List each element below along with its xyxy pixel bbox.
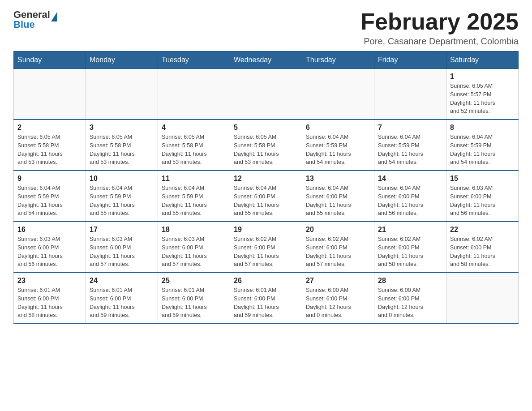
calendar-cell: 8Sunrise: 6:04 AM Sunset: 5:59 PM Daylig… xyxy=(446,120,519,171)
day-info: Sunrise: 6:04 AM Sunset: 6:00 PM Dayligh… xyxy=(234,184,298,218)
calendar-cell xyxy=(14,69,86,120)
calendar-cell: 28Sunrise: 6:00 AM Sunset: 6:00 PM Dayli… xyxy=(374,273,446,324)
day-info: Sunrise: 6:05 AM Sunset: 5:57 PM Dayligh… xyxy=(450,82,515,116)
header-row: SundayMondayTuesdayWednesdayThursdayFrid… xyxy=(14,51,519,69)
day-number: 20 xyxy=(306,226,370,234)
day-info: Sunrise: 6:04 AM Sunset: 6:00 PM Dayligh… xyxy=(378,184,442,218)
day-number: 8 xyxy=(450,124,515,132)
day-number: 18 xyxy=(162,226,226,234)
day-number: 19 xyxy=(234,226,298,234)
calendar-cell: 13Sunrise: 6:04 AM Sunset: 6:00 PM Dayli… xyxy=(302,171,374,222)
page-header: General Blue February 2025 Pore, Casanar… xyxy=(13,9,519,47)
day-number: 3 xyxy=(90,124,154,132)
day-number: 21 xyxy=(378,226,442,234)
calendar-cell: 11Sunrise: 6:04 AM Sunset: 5:59 PM Dayli… xyxy=(158,171,230,222)
calendar-cell: 15Sunrise: 6:03 AM Sunset: 6:00 PM Dayli… xyxy=(446,171,519,222)
calendar-cell: 23Sunrise: 6:01 AM Sunset: 6:00 PM Dayli… xyxy=(14,273,86,324)
calendar-cell: 3Sunrise: 6:05 AM Sunset: 5:58 PM Daylig… xyxy=(86,120,158,171)
day-info: Sunrise: 6:02 AM Sunset: 6:00 PM Dayligh… xyxy=(306,235,370,269)
calendar-cell: 25Sunrise: 6:01 AM Sunset: 6:00 PM Dayli… xyxy=(158,273,230,324)
calendar-cell: 10Sunrise: 6:04 AM Sunset: 5:59 PM Dayli… xyxy=(86,171,158,222)
logo-triangle-icon xyxy=(51,12,57,21)
day-info: Sunrise: 6:03 AM Sunset: 6:00 PM Dayligh… xyxy=(450,184,515,218)
calendar-cell: 5Sunrise: 6:05 AM Sunset: 5:58 PM Daylig… xyxy=(230,120,302,171)
day-info: Sunrise: 6:00 AM Sunset: 6:00 PM Dayligh… xyxy=(378,286,442,320)
calendar-cell xyxy=(374,69,446,120)
calendar-cell xyxy=(158,69,230,120)
calendar-cell: 2Sunrise: 6:05 AM Sunset: 5:58 PM Daylig… xyxy=(14,120,86,171)
calendar-cell: 14Sunrise: 6:04 AM Sunset: 6:00 PM Dayli… xyxy=(374,171,446,222)
calendar-cell xyxy=(230,69,302,120)
day-info: Sunrise: 6:03 AM Sunset: 6:00 PM Dayligh… xyxy=(17,235,82,269)
title-section: February 2025 Pore, Casanare Department,… xyxy=(360,9,519,47)
day-info: Sunrise: 6:02 AM Sunset: 6:00 PM Dayligh… xyxy=(234,235,298,269)
day-number: 12 xyxy=(234,175,298,183)
calendar-cell: 21Sunrise: 6:02 AM Sunset: 6:00 PM Dayli… xyxy=(374,222,446,273)
calendar-cell: 20Sunrise: 6:02 AM Sunset: 6:00 PM Dayli… xyxy=(302,222,374,273)
calendar-header: SundayMondayTuesdayWednesdayThursdayFrid… xyxy=(14,51,519,69)
day-info: Sunrise: 6:03 AM Sunset: 6:00 PM Dayligh… xyxy=(162,235,226,269)
day-info: Sunrise: 6:04 AM Sunset: 5:59 PM Dayligh… xyxy=(17,184,82,218)
day-number: 28 xyxy=(378,277,442,285)
day-number: 6 xyxy=(306,124,370,132)
logo-blue-text: Blue xyxy=(13,19,35,30)
calendar-cell: 1Sunrise: 6:05 AM Sunset: 5:57 PM Daylig… xyxy=(446,69,519,120)
calendar-week-5: 23Sunrise: 6:01 AM Sunset: 6:00 PM Dayli… xyxy=(14,273,519,324)
header-cell-friday: Friday xyxy=(374,51,446,69)
day-number: 27 xyxy=(306,277,370,285)
calendar-cell xyxy=(302,69,374,120)
day-info: Sunrise: 6:04 AM Sunset: 6:00 PM Dayligh… xyxy=(306,184,370,218)
day-info: Sunrise: 6:05 AM Sunset: 5:58 PM Dayligh… xyxy=(90,133,154,167)
calendar-cell: 26Sunrise: 6:01 AM Sunset: 6:00 PM Dayli… xyxy=(230,273,302,324)
day-number: 16 xyxy=(17,226,82,234)
day-number: 14 xyxy=(378,175,442,183)
calendar-cell: 22Sunrise: 6:02 AM Sunset: 6:00 PM Dayli… xyxy=(446,222,519,273)
calendar-cell: 12Sunrise: 6:04 AM Sunset: 6:00 PM Dayli… xyxy=(230,171,302,222)
day-number: 10 xyxy=(90,175,154,183)
logo: General Blue xyxy=(13,9,57,30)
day-info: Sunrise: 6:02 AM Sunset: 6:00 PM Dayligh… xyxy=(378,235,442,269)
calendar-table: SundayMondayTuesdayWednesdayThursdayFrid… xyxy=(13,51,519,324)
day-number: 24 xyxy=(90,277,154,285)
day-info: Sunrise: 6:01 AM Sunset: 6:00 PM Dayligh… xyxy=(17,286,82,320)
day-number: 4 xyxy=(162,124,226,132)
day-info: Sunrise: 6:02 AM Sunset: 6:00 PM Dayligh… xyxy=(450,235,515,269)
day-info: Sunrise: 6:03 AM Sunset: 6:00 PM Dayligh… xyxy=(90,235,154,269)
day-info: Sunrise: 6:04 AM Sunset: 5:59 PM Dayligh… xyxy=(378,133,442,167)
header-cell-sunday: Sunday xyxy=(14,51,86,69)
day-number: 23 xyxy=(17,277,82,285)
calendar-cell xyxy=(446,273,519,324)
header-cell-monday: Monday xyxy=(86,51,158,69)
calendar-cell: 27Sunrise: 6:00 AM Sunset: 6:00 PM Dayli… xyxy=(302,273,374,324)
day-info: Sunrise: 6:01 AM Sunset: 6:00 PM Dayligh… xyxy=(90,286,154,320)
calendar-title: February 2025 xyxy=(360,9,519,34)
day-number: 26 xyxy=(234,277,298,285)
calendar-cell: 6Sunrise: 6:04 AM Sunset: 5:59 PM Daylig… xyxy=(302,120,374,171)
day-number: 17 xyxy=(90,226,154,234)
day-info: Sunrise: 6:04 AM Sunset: 5:59 PM Dayligh… xyxy=(306,133,370,167)
day-info: Sunrise: 6:01 AM Sunset: 6:00 PM Dayligh… xyxy=(162,286,226,320)
calendar-cell: 7Sunrise: 6:04 AM Sunset: 5:59 PM Daylig… xyxy=(374,120,446,171)
day-info: Sunrise: 6:05 AM Sunset: 5:58 PM Dayligh… xyxy=(162,133,226,167)
calendar-cell: 24Sunrise: 6:01 AM Sunset: 6:00 PM Dayli… xyxy=(86,273,158,324)
day-info: Sunrise: 6:05 AM Sunset: 5:58 PM Dayligh… xyxy=(234,133,298,167)
day-info: Sunrise: 6:00 AM Sunset: 6:00 PM Dayligh… xyxy=(306,286,370,320)
day-number: 2 xyxy=(17,124,82,132)
calendar-cell xyxy=(86,69,158,120)
calendar-cell: 4Sunrise: 6:05 AM Sunset: 5:58 PM Daylig… xyxy=(158,120,230,171)
calendar-subtitle: Pore, Casanare Department, Colombia xyxy=(360,36,519,47)
day-number: 7 xyxy=(378,124,442,132)
day-number: 11 xyxy=(162,175,226,183)
day-number: 5 xyxy=(234,124,298,132)
header-cell-saturday: Saturday xyxy=(446,51,519,69)
calendar-cell: 9Sunrise: 6:04 AM Sunset: 5:59 PM Daylig… xyxy=(14,171,86,222)
day-info: Sunrise: 6:04 AM Sunset: 5:59 PM Dayligh… xyxy=(162,184,226,218)
day-info: Sunrise: 6:05 AM Sunset: 5:58 PM Dayligh… xyxy=(17,133,82,167)
day-info: Sunrise: 6:04 AM Sunset: 5:59 PM Dayligh… xyxy=(450,133,515,167)
day-info: Sunrise: 6:04 AM Sunset: 5:59 PM Dayligh… xyxy=(90,184,154,218)
day-info: Sunrise: 6:01 AM Sunset: 6:00 PM Dayligh… xyxy=(234,286,298,320)
header-cell-thursday: Thursday xyxy=(302,51,374,69)
day-number: 15 xyxy=(450,175,515,183)
day-number: 22 xyxy=(450,226,515,234)
calendar-week-3: 9Sunrise: 6:04 AM Sunset: 5:59 PM Daylig… xyxy=(14,171,519,222)
